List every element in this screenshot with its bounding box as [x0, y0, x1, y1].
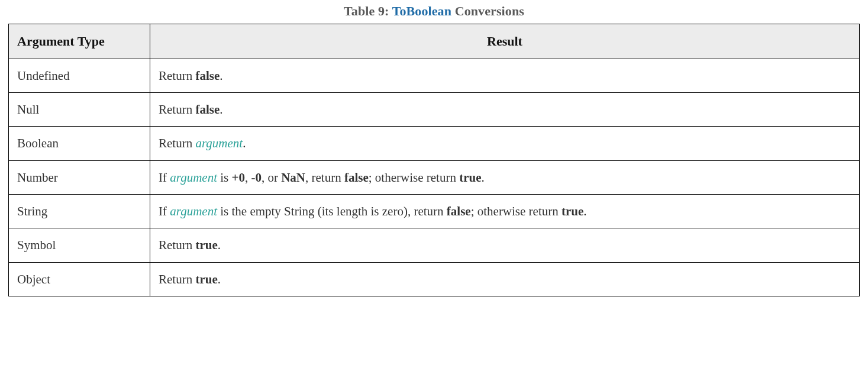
table-header-row: Argument Type Result: [9, 24, 860, 59]
text-segment: Return: [159, 102, 195, 117]
result-cell: Return true.: [150, 228, 860, 262]
argument-type-cell: Symbol: [9, 228, 150, 262]
text-segment: ,: [245, 170, 251, 185]
value-literal: false: [447, 204, 471, 218]
argument-type-cell: Object: [9, 262, 150, 296]
text-segment: .: [481, 170, 484, 185]
text-segment: Return: [159, 272, 195, 286]
table-caption: Table 9: ToBoolean Conversions: [8, 4, 860, 19]
value-literal: false: [344, 170, 369, 185]
value-literal: true: [562, 204, 583, 218]
value-literal: false: [195, 102, 220, 117]
text-segment: .: [220, 69, 222, 83]
argument-type-cell: Null: [9, 93, 150, 127]
col-result: Result: [150, 24, 860, 59]
result-cell: If argument is +0, -0, or NaN, return fa…: [150, 160, 860, 194]
text-segment: is the empty String (its length is zero)…: [217, 204, 447, 218]
text-segment: ; otherwise return: [369, 170, 459, 185]
caption-operation-link[interactable]: ToBoolean: [392, 4, 451, 18]
table-row: BooleanReturn argument.: [9, 127, 860, 160]
text-segment: is: [217, 170, 232, 185]
result-cell: Return true.: [150, 262, 860, 296]
text-segment: .: [220, 102, 222, 117]
col-argument-type: Argument Type: [9, 24, 150, 59]
result-cell: If argument is the empty String (its len…: [150, 195, 860, 228]
value-literal: false: [195, 69, 220, 83]
text-segment: .: [218, 238, 221, 252]
text-segment: , or: [262, 170, 281, 185]
result-cell: Return false.: [150, 93, 860, 127]
caption-prefix: Table 9:: [344, 4, 392, 18]
text-segment: , return: [305, 170, 344, 185]
argument-type-cell: String: [9, 195, 150, 228]
value-literal: +0: [231, 170, 244, 185]
table-row: ObjectReturn true.: [9, 262, 860, 296]
argument-type-cell: Number: [9, 160, 150, 194]
argument-type-cell: Undefined: [9, 59, 150, 92]
result-cell: Return argument.: [150, 127, 860, 160]
value-literal: true: [195, 272, 217, 286]
text-segment: Return: [159, 69, 195, 83]
argument-variable: argument: [170, 204, 217, 218]
text-segment: If: [159, 204, 170, 218]
text-segment: Return: [159, 238, 195, 252]
table-row: StringIf argument is the empty String (i…: [9, 195, 860, 228]
caption-suffix: Conversions: [451, 4, 524, 18]
value-literal: NaN: [281, 170, 305, 185]
value-literal: true: [195, 238, 217, 252]
argument-variable: argument: [195, 136, 243, 150]
text-segment: .: [583, 204, 586, 218]
table-row: NullReturn false.: [9, 93, 860, 127]
text-segment: Return: [159, 136, 195, 150]
table-body: UndefinedReturn false.NullReturn false.B…: [9, 59, 860, 296]
table-row: NumberIf argument is +0, -0, or NaN, ret…: [9, 160, 860, 194]
argument-type-cell: Boolean: [9, 127, 150, 160]
argument-variable: argument: [170, 170, 217, 185]
text-segment: .: [243, 136, 246, 150]
result-cell: Return false.: [150, 59, 860, 92]
text-segment: .: [218, 272, 221, 286]
table-row: UndefinedReturn false.: [9, 59, 860, 92]
toboolean-table: Argument Type Result UndefinedReturn fal…: [8, 24, 860, 296]
value-literal: -0: [251, 170, 262, 185]
table-row: SymbolReturn true.: [9, 228, 860, 262]
text-segment: If: [159, 170, 170, 185]
text-segment: ; otherwise return: [471, 204, 562, 218]
value-literal: true: [459, 170, 481, 185]
